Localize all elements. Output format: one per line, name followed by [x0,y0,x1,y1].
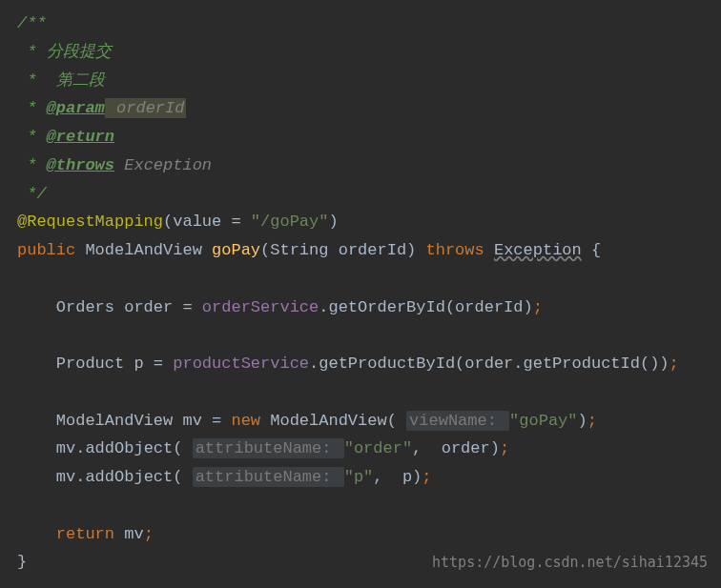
comment-line-5: * @return [17,123,704,152]
product-assign: Product p = productService.getProductByI… [17,350,704,378]
annotation-line: @RequestMapping(value = "/goPay") [17,208,704,236]
request-mapping: @RequestMapping [17,213,163,231]
watermark: https://blog.csdn.net/sihai12345 [432,550,708,575]
blank-line [17,265,704,294]
add-p: mv.addObject( attributeName: "p", p); [17,463,704,492]
comment-line-6: * @throws Exception [17,152,704,180]
exception-type: Exception [494,241,582,259]
return-line: return mv; [17,520,704,549]
param-name: orderId [105,98,187,118]
add-order: mv.addObject( attributeName: "order", or… [17,435,704,463]
comment-line-1: /** [17,10,704,38]
blank-line [17,378,704,407]
return-tag: @return [47,128,114,146]
mv-create: ModelAndView mv = new ModelAndView( view… [17,407,704,436]
blank-line [17,321,704,350]
comment-line-4: * @param orderId [17,94,704,123]
throws-tag: @throws [47,156,114,174]
comment-line-3: * 第二段 [17,67,704,95]
method-name: goPay [212,241,260,259]
attrname-hint-1: attributeName: [193,438,344,458]
param-tag: @param [47,99,105,117]
order-assign: Orders order = orderService.getOrderById… [17,294,704,322]
viewname-hint: viewName: [406,411,509,431]
comment-line-7: */ [17,180,704,209]
attrname-hint-2: attributeName: [193,467,344,487]
blank-line [17,492,704,520]
comment-line-2: * 分段提交 [17,38,704,67]
method-signature: public ModelAndView goPay(String orderId… [17,236,704,265]
